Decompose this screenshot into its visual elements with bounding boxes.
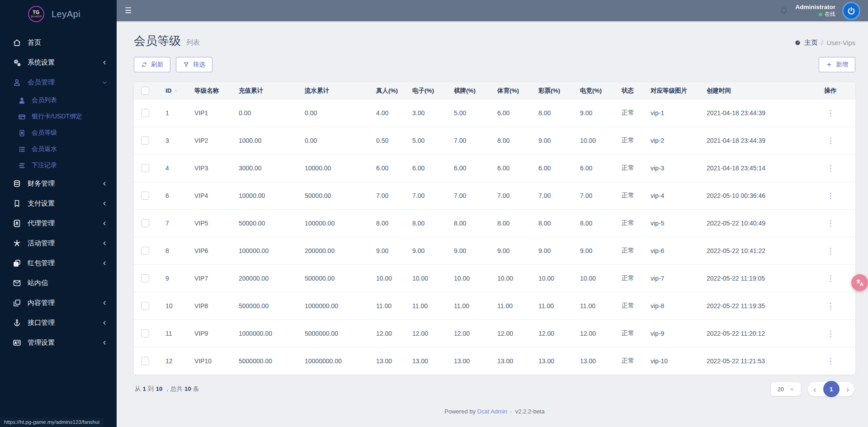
cell-checkbox (134, 237, 165, 265)
cell-created_at: 2021-04-18 23:44:39 (707, 99, 806, 127)
clone-icon (13, 259, 21, 267)
chevron-left-icon (102, 201, 108, 206)
dcat-admin-link[interactable]: Dcat Admin (477, 408, 507, 415)
hamburger-icon[interactable]: ☰ (125, 7, 132, 14)
next-page-button[interactable]: › (846, 385, 849, 394)
select-all-checkbox[interactable] (141, 87, 149, 95)
cell-sports: 8.00 (497, 210, 538, 237)
row-actions-button[interactable]: ⋮ (827, 164, 835, 173)
row-actions-button[interactable]: ⋮ (827, 274, 835, 283)
row-actions-button[interactable]: ⋮ (827, 192, 835, 200)
breadcrumb-home[interactable]: 主页 (805, 38, 818, 47)
cell-name: VIP5 (194, 210, 239, 237)
cell-esports: 8.00 (580, 210, 622, 237)
power-icon (847, 6, 856, 15)
cell-real: 11.00 (376, 292, 412, 320)
cell-turnover: 10000.00 (305, 155, 376, 182)
sidebar-item-member-rebate[interactable]: 会员返水 (0, 141, 117, 157)
breadcrumb-current: User-Vips (827, 39, 855, 47)
row-actions-button[interactable]: ⋮ (827, 302, 835, 310)
cell-created_at: 2022-05-22 10:40:49 (707, 210, 806, 237)
sidebar-item-finance-management[interactable]: 财务管理 (0, 174, 117, 193)
row-checkbox[interactable] (141, 357, 149, 365)
sidebar-item-system-settings[interactable]: 系统设置 (0, 52, 117, 72)
sidebar-item-member-list[interactable]: 会员列表 (0, 92, 117, 108)
column-header-id[interactable]: ID↑ (165, 82, 194, 99)
sidebar-item-member-management[interactable]: 会员管理 (0, 72, 117, 92)
cell-recharge: 100000.00 (239, 237, 305, 265)
cell-id: 10 (165, 292, 194, 320)
sidebar-item-agent-management[interactable]: 代理管理 (0, 213, 117, 233)
chevron-down-icon (102, 80, 108, 85)
cell-created_at: 2022-05-22 11:19:05 (707, 265, 806, 292)
row-checkbox[interactable] (141, 247, 149, 255)
sidebar-logo[interactable]: TG @msdj123 LeyApi (0, 0, 117, 28)
cell-chess: 13.00 (454, 347, 497, 375)
database-icon (13, 179, 21, 188)
cell-image: vip-8 (651, 292, 707, 320)
current-page-button[interactable]: 1 (823, 381, 840, 397)
create-button[interactable]: 新增 (819, 57, 855, 72)
sidebar-item-content-management[interactable]: 内容管理 (0, 293, 117, 313)
cell-id: 6 (165, 182, 194, 210)
id-badge-icon (18, 129, 26, 137)
avatar[interactable] (842, 2, 860, 20)
row-checkbox[interactable] (141, 274, 149, 282)
bell-icon[interactable] (779, 6, 788, 15)
refresh-button[interactable]: 刷新 (134, 57, 170, 72)
cell-sports: 12.00 (497, 320, 538, 347)
cell-sports: 11.00 (497, 292, 538, 320)
row-checkbox[interactable] (141, 219, 149, 227)
sidebar-item-admin-settings[interactable]: 管理设置 (0, 333, 117, 352)
table-row: 12VIP105000000.0010000000.0013.0013.0013… (134, 347, 855, 375)
cell-esports: 10.00 (580, 265, 622, 292)
translate-button[interactable] (851, 274, 868, 291)
cell-lottery: 11.00 (538, 292, 580, 320)
envelope-icon (13, 279, 21, 287)
cell-real: 10.00 (376, 265, 412, 292)
cell-recharge: 500000.00 (239, 292, 305, 320)
row-checkbox[interactable] (141, 136, 149, 145)
cell-name: VIP10 (194, 347, 239, 375)
row-checkbox[interactable] (141, 164, 149, 172)
pager-zone: 20 ‹ 1 › (771, 382, 854, 396)
table-row: 7VIP550000.00100000.008.008.008.008.008.… (134, 210, 855, 237)
cell-sports: 6.00 (497, 155, 538, 182)
sidebar-item-member-level[interactable]: 会员等级 (0, 125, 117, 141)
sidebar-item-bet-records[interactable]: 下注记录 (0, 157, 117, 174)
cell-checkbox (134, 210, 165, 237)
sidebar-item-label: 会员返水 (32, 145, 108, 153)
sidebar-item-bank-usdt-binding[interactable]: 银行卡/USDT绑定 (0, 108, 117, 125)
sidebar-item-site-message[interactable]: 站内信 (0, 273, 117, 293)
sidebar-item-home[interactable]: 首页 (0, 33, 117, 52)
cell-status: 正常 (622, 265, 651, 292)
row-actions-button[interactable]: ⋮ (827, 136, 835, 145)
chevron-left-icon (102, 181, 108, 187)
per-page-select[interactable]: 20 (771, 382, 801, 396)
user-menu[interactable]: Administrator 在线 (795, 3, 835, 18)
user-solid-icon (18, 97, 26, 104)
column-header-real: 真人(%) (376, 82, 412, 99)
filter-button[interactable]: 筛选 (176, 57, 212, 72)
cell-lottery: 6.00 (538, 155, 580, 182)
list-icon (18, 145, 26, 153)
row-actions-button[interactable]: ⋮ (827, 109, 835, 117)
row-actions-button[interactable]: ⋮ (827, 357, 835, 366)
row-actions-button[interactable]: ⋮ (827, 219, 835, 228)
cell-electronic: 12.00 (412, 320, 454, 347)
pagination: ‹ 1 › (808, 382, 854, 396)
sidebar-item-api-management[interactable]: 接口管理 (0, 313, 117, 333)
row-checkbox[interactable] (141, 109, 149, 117)
sidebar-item-activity-management[interactable]: 活动管理 (0, 233, 117, 253)
sidebar-item-payment-settings[interactable]: 支付设置 (0, 193, 117, 213)
row-checkbox[interactable] (141, 329, 149, 338)
row-actions-button[interactable]: ⋮ (827, 329, 835, 338)
prev-page-button[interactable]: ‹ (813, 385, 816, 394)
row-actions-button[interactable]: ⋮ (827, 247, 835, 255)
sidebar-item-redpacket-management[interactable]: 红包管理 (0, 253, 117, 273)
cell-real: 0.50 (376, 127, 412, 155)
row-checkbox[interactable] (141, 302, 149, 310)
address-book-icon (13, 219, 21, 228)
footer-separator: · (510, 408, 512, 415)
row-checkbox[interactable] (141, 192, 149, 200)
